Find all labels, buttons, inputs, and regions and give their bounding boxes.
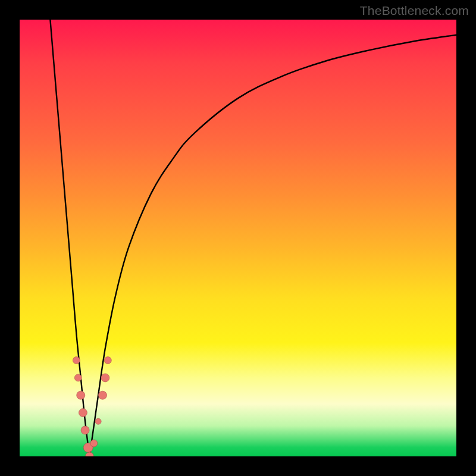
data-marker bbox=[101, 374, 109, 382]
data-marker bbox=[90, 440, 98, 447]
data-marker bbox=[77, 391, 85, 399]
watermark-text: TheBottleneck.com bbox=[360, 4, 469, 18]
data-marker bbox=[98, 391, 107, 399]
chart-svg bbox=[20, 20, 456, 456]
data-marker bbox=[104, 357, 111, 364]
data-marker bbox=[81, 426, 89, 434]
plot-area bbox=[20, 20, 456, 456]
marker-group bbox=[73, 357, 111, 456]
chart-frame: TheBottleneck.com bbox=[0, 0, 476, 476]
data-marker bbox=[79, 409, 87, 417]
data-marker bbox=[95, 418, 101, 424]
data-marker bbox=[74, 374, 82, 381]
curve-left-branch bbox=[50, 20, 89, 456]
curve-right-branch bbox=[89, 35, 456, 456]
curve-group bbox=[50, 20, 456, 456]
data-marker bbox=[73, 357, 80, 364]
data-marker bbox=[85, 452, 93, 456]
